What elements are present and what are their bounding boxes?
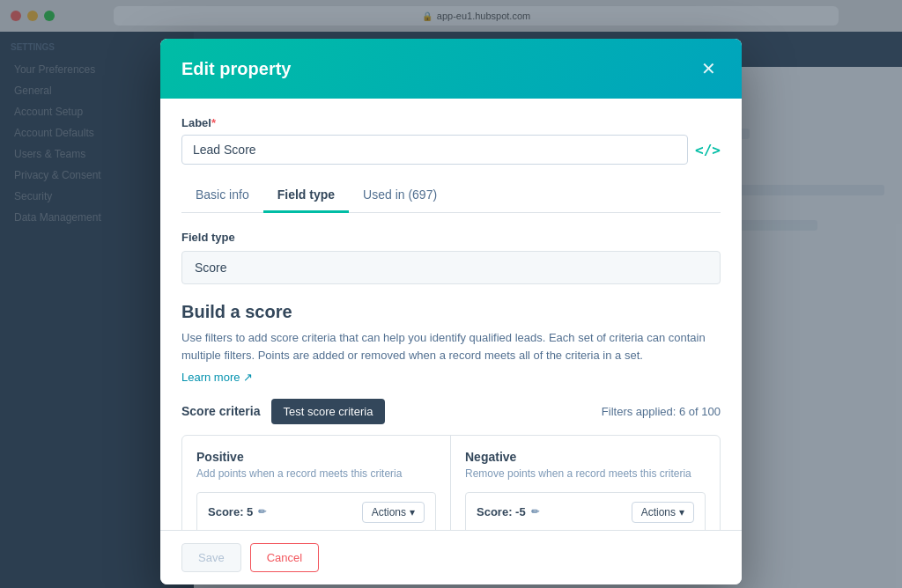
field-type-display: Score <box>181 251 721 284</box>
negative-score-card: Score: -5 ✏ Actions ▾ Email Domain conta… <box>465 492 706 531</box>
negative-score-card-header: Score: -5 ✏ Actions ▾ <box>477 502 694 523</box>
negative-column-desc: Remove points when a record meets this c… <box>465 467 706 480</box>
cancel-button[interactable]: Cancel <box>250 543 319 572</box>
score-criteria-left: Score criteria Test score criteria <box>181 399 385 424</box>
negative-criteria-column: Negative Remove points when a record mee… <box>451 436 720 531</box>
negative-edit-icon[interactable]: ✏ <box>531 506 539 518</box>
learn-more-row: Learn more ↗ <box>181 369 721 386</box>
filters-applied-text: Filters applied: 6 of 100 <box>602 405 721 418</box>
label-input[interactable] <box>181 135 688 165</box>
learn-more-link[interactable]: Learn more ↗ <box>181 371 253 384</box>
positive-score-value: Score: 5 ✏ <box>208 505 266 518</box>
external-link-icon: ↗ <box>243 371 253 384</box>
edit-property-modal: Edit property ✕ Label* </> Basic info Fi… <box>160 39 742 584</box>
code-icon[interactable]: </> <box>695 142 721 158</box>
negative-actions-chevron-icon: ▾ <box>679 506 684 518</box>
modal-overlay: Edit property ✕ Label* </> Basic info Fi… <box>0 0 902 588</box>
required-marker: * <box>211 116 216 129</box>
save-button[interactable]: Save <box>181 543 241 572</box>
modal-close-button[interactable]: ✕ <box>696 56 721 81</box>
positive-column-desc: Add points when a record meets this crit… <box>196 467 436 480</box>
positive-actions-button[interactable]: Actions ▾ <box>362 502 425 523</box>
positive-column-title: Positive <box>196 450 436 464</box>
score-criteria-row: Score criteria Test score criteria Filte… <box>181 399 721 424</box>
negative-score-value: Score: -5 ✏ <box>477 505 539 518</box>
modal-body: Label* </> Basic info Field type Used in… <box>160 99 742 530</box>
actions-chevron-icon: ▾ <box>410 506 415 518</box>
test-score-criteria-button[interactable]: Test score criteria <box>271 399 386 424</box>
label-input-row: </> <box>181 135 721 165</box>
modal-footer: Save Cancel <box>160 530 742 584</box>
build-score-description: Use filters to add score criteria that c… <box>181 329 721 364</box>
negative-column-title: Negative <box>465 450 706 464</box>
criteria-grid: Positive Add points when a record meets … <box>181 435 721 531</box>
property-tabs: Basic info Field type Used in (697) <box>181 179 721 213</box>
modal-title: Edit property <box>181 59 291 79</box>
positive-score-card-header: Score: 5 ✏ Actions ▾ <box>208 502 425 523</box>
modal-header: Edit property ✕ <box>160 39 742 99</box>
field-type-label: Field type <box>181 231 721 244</box>
score-criteria-label: Score criteria <box>181 404 261 418</box>
tab-basic-info[interactable]: Basic info <box>181 179 263 213</box>
negative-actions-button[interactable]: Actions ▾ <box>632 502 694 523</box>
positive-criteria-column: Positive Add points when a record meets … <box>182 436 451 531</box>
tab-used-in[interactable]: Used in (697) <box>349 179 451 213</box>
tab-field-type[interactable]: Field type <box>263 179 349 213</box>
build-score-title: Build a score <box>181 302 721 322</box>
label-field-label: Label* <box>181 116 721 129</box>
positive-edit-icon[interactable]: ✏ <box>258 506 266 518</box>
positive-score-card: Score: 5 ✏ Actions ▾ Primary associated … <box>196 492 436 531</box>
